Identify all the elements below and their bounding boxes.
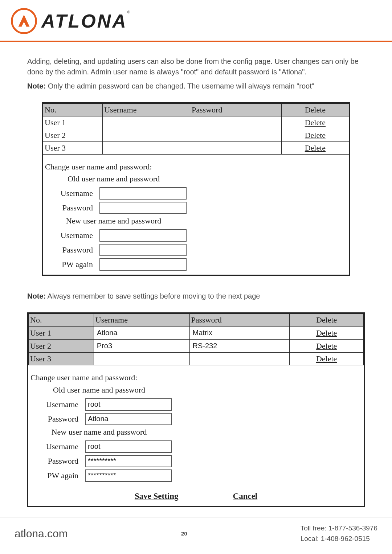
page-content: Adding, deleting, and updating users can… xyxy=(0,42,392,507)
brand-wordmark: ATLONA xyxy=(41,11,127,32)
username-input[interactable] xyxy=(104,118,187,127)
table-row: User 2 Delete xyxy=(43,129,349,141)
page-header: ATLONA® xyxy=(0,0,392,42)
pw-again-label: PW again xyxy=(45,259,99,270)
cell-no: User 1 xyxy=(43,116,103,129)
new-password-input[interactable] xyxy=(99,244,187,256)
intro-paragraph: Adding, deleting, and updating users can… xyxy=(27,56,365,77)
cell-no: User 3 xyxy=(43,141,103,154)
form-row: Username xyxy=(43,186,349,201)
footer-site: atlona.com xyxy=(15,528,68,540)
cell-no: User 3 xyxy=(29,353,94,365)
user-table: No. Username Password Delete User 1 Atlo… xyxy=(28,313,364,365)
old-password-input[interactable]: Atlona xyxy=(85,413,172,425)
password-input[interactable] xyxy=(192,131,278,140)
pw-again-input[interactable]: ********** xyxy=(85,469,172,482)
password-input[interactable] xyxy=(192,143,278,153)
header-no: No. xyxy=(43,104,103,116)
table-row: User 1 Delete xyxy=(43,116,349,129)
cell-password xyxy=(190,129,282,141)
password-input[interactable] xyxy=(191,354,286,364)
cell-no: User 2 xyxy=(43,129,103,141)
username-input[interactable] xyxy=(104,143,187,153)
cell-username: Atlona xyxy=(94,327,189,340)
form-row: Password Atlona xyxy=(28,412,364,426)
cell-no: User 1 xyxy=(29,327,94,340)
new-password-input[interactable]: ********** xyxy=(85,455,172,467)
form-row: Username root xyxy=(28,439,364,454)
username-input[interactable] xyxy=(95,354,186,364)
page-footer: atlona.com 20 Toll free: 1-877-536-3976 … xyxy=(0,517,392,554)
password-label: Password xyxy=(45,202,99,214)
delete-link[interactable]: Delete xyxy=(305,118,326,127)
form-row: Username root xyxy=(28,397,364,412)
password-label: Password xyxy=(30,455,85,467)
old-username-input[interactable]: root xyxy=(85,398,172,411)
cell-delete: Delete xyxy=(290,327,364,340)
table-header-row: No. Username Password Delete xyxy=(43,104,349,116)
local-number: Local: 1-408-962-0515 xyxy=(301,534,377,544)
password-label: Password xyxy=(45,244,99,256)
brand-logo: ATLONA® xyxy=(11,8,381,34)
header-password: Password xyxy=(190,104,282,116)
cell-delete: Delete xyxy=(281,129,349,141)
delete-link[interactable]: Delete xyxy=(305,143,326,152)
note-text: Only the admin password can be changed. … xyxy=(46,82,314,90)
form-row: Username xyxy=(43,228,349,243)
form-row: Password xyxy=(43,243,349,257)
header-delete: Delete xyxy=(281,104,349,116)
pw-again-label: PW again xyxy=(30,470,85,481)
cell-username: Pro3 xyxy=(94,340,189,353)
username-input[interactable] xyxy=(104,131,187,140)
form-title: Change user name and password: xyxy=(28,372,364,384)
atlona-logo-icon xyxy=(11,8,37,34)
old-credentials-heading: Old user name and password xyxy=(43,173,184,186)
tollfree-number: Toll free: 1-877-536-3976 xyxy=(301,523,377,534)
table-header-row: No. Username Password Delete xyxy=(29,314,364,327)
new-username-input[interactable]: root xyxy=(85,440,172,453)
footer-phones: Toll free: 1-877-536-3976 Local: 1-408-9… xyxy=(301,523,377,544)
note-label: Note: xyxy=(27,82,46,90)
cell-password xyxy=(190,141,282,154)
user-table: No. Username Password Delete User 1 Dele… xyxy=(43,103,349,155)
mid-note: Note: Always remember to save settings b… xyxy=(27,291,365,301)
username-label: Username xyxy=(30,399,85,410)
change-credentials-form: Change user name and password: Old user … xyxy=(43,155,349,275)
form-buttons: Save Setting Cancel xyxy=(28,486,364,506)
header-no: No. xyxy=(29,314,94,327)
cancel-button[interactable]: Cancel xyxy=(233,490,258,502)
save-setting-button[interactable]: Save Setting xyxy=(135,490,179,502)
username-label: Username xyxy=(45,188,99,199)
password-input[interactable]: RS-232 xyxy=(191,340,286,352)
username-input[interactable]: Atlona xyxy=(95,327,186,339)
table-row: User 2 Pro3 RS-232 Delete xyxy=(29,340,364,353)
cell-password xyxy=(189,353,290,365)
pw-again-input[interactable] xyxy=(99,258,187,271)
change-credentials-form: Change user name and password: Old user … xyxy=(28,365,364,486)
form-row: PW again xyxy=(43,257,349,272)
username-label: Username xyxy=(30,441,85,452)
new-username-input[interactable] xyxy=(99,229,187,242)
cell-delete: Delete xyxy=(281,141,349,154)
old-username-input[interactable] xyxy=(99,187,187,200)
old-password-input[interactable] xyxy=(99,202,187,214)
delete-link[interactable]: Delete xyxy=(316,341,337,350)
username-input[interactable]: Pro3 xyxy=(95,340,186,352)
cell-username xyxy=(103,129,190,141)
form-title: Change user name and password: xyxy=(43,161,349,173)
delete-link[interactable]: Delete xyxy=(305,131,326,140)
password-input[interactable] xyxy=(192,118,278,127)
delete-link[interactable]: Delete xyxy=(316,328,337,337)
cell-delete: Delete xyxy=(290,340,364,353)
header-delete: Delete xyxy=(290,314,364,327)
form-row: Password ********** xyxy=(28,454,364,468)
username-label: Username xyxy=(45,230,99,241)
delete-link[interactable]: Delete xyxy=(316,354,337,363)
intro-note: Note: Only the admin password can be cha… xyxy=(27,81,365,91)
new-credentials-heading: New user name and password xyxy=(28,426,170,439)
table-row: User 1 Atlona Matrix Delete xyxy=(29,327,364,340)
password-input[interactable]: Matrix xyxy=(191,327,286,339)
cell-password: RS-232 xyxy=(189,340,290,353)
password-label: Password xyxy=(30,413,85,425)
cell-password xyxy=(190,116,282,129)
